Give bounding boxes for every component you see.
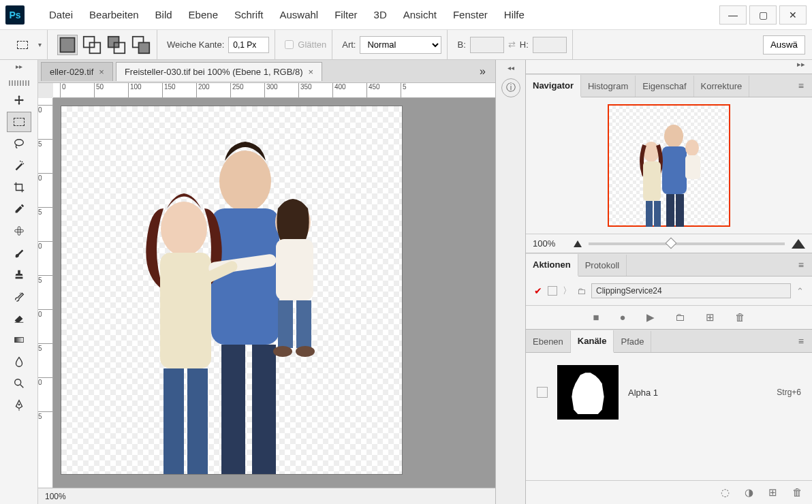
load-selection-icon[interactable]: ◌ <box>721 486 730 499</box>
tab-actions[interactable]: Aktionen <box>526 254 578 277</box>
navigator-zoom-value[interactable]: 100% <box>533 238 567 249</box>
antialias-checkbox[interactable] <box>285 40 294 49</box>
tools-grip[interactable] <box>9 80 29 86</box>
canvas[interactable] <box>61 106 402 474</box>
magic-wand-tool[interactable] <box>7 155 31 176</box>
feather-input[interactable] <box>228 37 269 53</box>
selection-intersect-icon[interactable] <box>131 35 151 55</box>
panel-menu-icon[interactable]: ≡ <box>790 254 812 276</box>
record-icon[interactable]: ● <box>620 311 626 324</box>
move-tool[interactable] <box>7 90 31 110</box>
new-channel-icon[interactable]: ⊞ <box>768 486 777 499</box>
visibility-toggle[interactable] <box>537 387 548 398</box>
action-item[interactable]: ✔ 〉 🗀 ClippingService24 ⌃ <box>531 279 807 302</box>
document-tab[interactable]: eller-029.tif × <box>41 62 113 81</box>
tab-properties[interactable]: Eigenschaf <box>636 76 693 97</box>
zoom-in-icon[interactable] <box>792 239 805 249</box>
menu-3d[interactable]: 3D <box>366 5 395 25</box>
height-input <box>533 37 567 53</box>
expand-icon[interactable]: 〉 <box>563 285 572 297</box>
tab-layers[interactable]: Ebenen <box>526 331 571 352</box>
selection-add-icon[interactable] <box>82 35 102 55</box>
healing-tool[interactable] <box>7 221 31 241</box>
info-icon[interactable]: ⓘ <box>501 78 520 97</box>
antialias-label: Glätten <box>298 40 326 50</box>
checkmark-icon[interactable]: ✔ <box>534 285 542 296</box>
menu-image[interactable]: Bild <box>147 5 181 25</box>
save-selection-icon[interactable]: ◑ <box>745 486 753 499</box>
menu-help[interactable]: Hilfe <box>496 5 533 25</box>
history-brush-tool[interactable] <box>7 286 31 306</box>
stamp-tool[interactable] <box>7 264 31 285</box>
select-mask-button[interactable]: Auswä <box>763 35 805 54</box>
stop-icon[interactable]: ■ <box>593 311 599 324</box>
document-tab[interactable]: Freisteller-030.tif bei 100% (Ebene 1, R… <box>116 62 322 81</box>
action-name[interactable]: ClippingService24 <box>591 283 791 298</box>
tab-history[interactable]: Protokoll <box>578 255 627 276</box>
chevron-down-icon[interactable]: ▾ <box>38 41 42 48</box>
ruler-tick: 350 <box>298 83 312 97</box>
new-set-icon[interactable]: 🗀 <box>675 311 685 324</box>
brush-tool[interactable] <box>7 242 31 263</box>
tab-paths[interactable]: Pfade <box>614 331 651 352</box>
navigator-preview[interactable] <box>608 104 730 227</box>
tab-overflow-icon[interactable]: » <box>473 65 493 78</box>
close-icon[interactable]: × <box>308 67 313 77</box>
channel-name[interactable]: Alpha 1 <box>628 388 767 398</box>
play-icon[interactable]: ▶ <box>646 311 655 324</box>
eraser-tool[interactable] <box>7 308 31 328</box>
menu-filter[interactable]: Filter <box>326 5 365 25</box>
menu-view[interactable]: Ansicht <box>395 5 445 25</box>
gradient-tool[interactable] <box>7 330 31 350</box>
svg-rect-11 <box>14 230 23 232</box>
ruler-tick: 5 <box>38 343 52 352</box>
close-button[interactable]: ✕ <box>779 5 807 25</box>
ruler-horizontal[interactable]: 0 50 100 150 200 250 300 350 400 450 5 <box>53 83 495 98</box>
panels-collapse-icon[interactable]: ▸▸ <box>526 60 812 74</box>
menu-type[interactable]: Schrift <box>226 5 272 25</box>
trash-icon[interactable]: 🗑 <box>792 486 802 499</box>
channel-item[interactable]: Alpha 1 Strg+6 <box>533 360 805 425</box>
crop-tool[interactable] <box>7 177 31 198</box>
minimize-button[interactable]: — <box>719 5 747 25</box>
svg-rect-35 <box>643 161 661 201</box>
eyedropper-tool[interactable] <box>7 199 31 219</box>
blur-tool[interactable] <box>7 351 31 372</box>
selection-subtract-icon[interactable] <box>106 35 127 55</box>
zoom-out-icon[interactable] <box>574 240 582 247</box>
panel-menu-icon[interactable]: ≡ <box>790 75 812 97</box>
swap-icon[interactable]: ⇄ <box>508 40 516 50</box>
dialog-toggle[interactable] <box>548 286 557 296</box>
trash-icon[interactable]: 🗑 <box>735 311 745 324</box>
menu-edit[interactable]: Bearbeiten <box>81 5 147 25</box>
panel-menu-icon[interactable]: ≡ <box>790 330 812 352</box>
tools-collapse-icon[interactable]: ▸▸ <box>0 63 37 76</box>
tab-adjustments[interactable]: Korrekture <box>694 76 750 97</box>
canvas-viewport[interactable] <box>53 98 495 488</box>
style-select[interactable]: Normal <box>360 36 441 54</box>
zoom-level[interactable]: 100% <box>45 492 66 501</box>
chevron-up-icon[interactable]: ⌃ <box>796 286 804 296</box>
panel-expand-icon[interactable]: ◂◂ <box>507 64 514 72</box>
lasso-tool[interactable] <box>7 133 31 154</box>
tool-preset-icon[interactable] <box>12 35 33 55</box>
close-icon[interactable]: × <box>99 67 104 77</box>
marquee-tool[interactable] <box>7 112 31 132</box>
selection-new-icon[interactable] <box>57 35 78 55</box>
pen-tool[interactable] <box>7 395 31 415</box>
dodge-tool[interactable] <box>7 373 31 394</box>
menu-layer[interactable]: Ebene <box>181 5 226 25</box>
menu-file[interactable]: Datei <box>41 5 81 25</box>
menu-window[interactable]: Fenster <box>445 5 496 25</box>
tab-histogram[interactable]: Histogram <box>581 76 636 97</box>
ruler-vertical[interactable]: 0 5 0 5 0 5 0 5 0 5 <box>38 98 53 488</box>
ruler-tick: 450 <box>366 83 380 97</box>
zoom-slider[interactable] <box>589 242 785 245</box>
new-action-icon[interactable]: ⊞ <box>706 311 715 324</box>
maximize-button[interactable]: ▢ <box>749 5 777 25</box>
tab-channels[interactable]: Kanäle <box>571 330 614 353</box>
svg-point-20 <box>161 202 207 256</box>
svg-point-29 <box>296 346 315 357</box>
menu-select[interactable]: Auswahl <box>272 5 327 25</box>
tab-navigator[interactable]: Navigator <box>526 75 581 97</box>
